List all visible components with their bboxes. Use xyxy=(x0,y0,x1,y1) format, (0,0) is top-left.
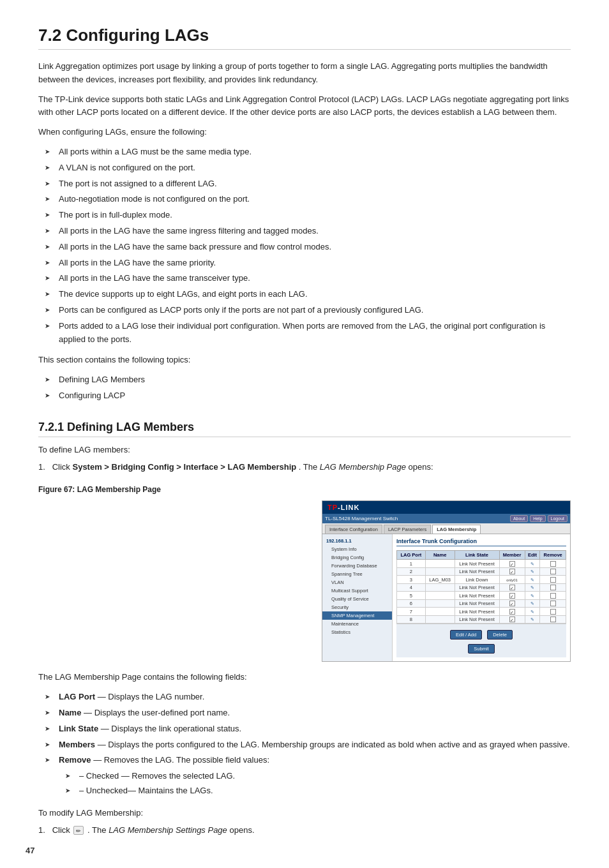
sidebar-item-maintenance[interactable]: Maintenance xyxy=(322,620,392,628)
cell-edit[interactable]: ✎ xyxy=(525,567,540,576)
tplink-main: Interface Trunk Configuration LAG Port N… xyxy=(393,534,570,661)
edit-icon: ✎ xyxy=(530,594,534,598)
cell-edit[interactable]: ✎ xyxy=(525,599,540,608)
cell-lag: 3 xyxy=(397,576,426,584)
field-desc-name: — Displays the user-defined port name. xyxy=(84,708,230,717)
remove-checkbox[interactable] xyxy=(550,569,556,574)
cell-name xyxy=(425,599,455,608)
sidebar-item-multicast[interactable]: Multicast Support xyxy=(322,587,392,595)
model-label: TL-SL5428 Management Switch xyxy=(325,516,398,521)
cell-state: Link Down xyxy=(455,576,499,584)
remove-checkbox[interactable] xyxy=(550,585,556,590)
cell-member xyxy=(499,583,525,592)
step-number-2: 1. xyxy=(38,825,50,835)
field-desc-members: — Displays the ports configured to the L… xyxy=(98,740,570,749)
modify-page-name: LAG Membership Settings Page xyxy=(109,825,227,835)
sidebar-item-forwarding[interactable]: Forwarding Database xyxy=(322,562,392,570)
cell-edit[interactable]: ✎ xyxy=(525,560,540,568)
cell-remove[interactable] xyxy=(540,567,566,576)
col-member: Member xyxy=(499,551,525,560)
logout-button[interactable]: Logout xyxy=(548,515,568,522)
remove-value-checked: – Checked — Removes the selected LAG. xyxy=(65,770,571,783)
edit-icon: ✎ xyxy=(530,578,534,582)
cell-edit[interactable]: ✎ xyxy=(525,576,540,584)
cell-remove[interactable] xyxy=(540,583,566,592)
edit-add-button[interactable]: Edit / Add xyxy=(450,630,482,640)
tab-lag-membership[interactable]: LAG Membership xyxy=(432,525,481,534)
bullets-list: All ports within a LAG must be the same … xyxy=(45,146,571,346)
field-lag-port: LAG Port — Displays the LAG number. xyxy=(45,691,571,704)
member-checkbox[interactable] xyxy=(509,585,515,590)
sidebar-item-ip: 192.168.1.1 xyxy=(322,537,392,545)
field-link-state: Link State — Displays the link operation… xyxy=(45,722,571,736)
col-name: Name xyxy=(425,551,455,560)
cell-edit[interactable]: ✎ xyxy=(525,608,540,616)
field-name-name: Name xyxy=(59,708,81,717)
col-link-state: Link State xyxy=(455,551,499,560)
col-remove: Remove xyxy=(540,551,566,560)
cell-edit[interactable]: ✎ xyxy=(525,615,540,624)
edit-icon: ✎ xyxy=(530,562,534,566)
cell-lag: 1 xyxy=(397,560,426,568)
modify-click-word: Click xyxy=(52,825,73,835)
remove-checkbox[interactable] xyxy=(550,593,556,599)
table-row: 6 Link Not Present ✎ xyxy=(397,599,566,608)
lag-table: LAG Port Name Link State Member Edit Rem… xyxy=(396,550,566,624)
member-checkbox[interactable] xyxy=(509,609,515,615)
sidebar-item-qos[interactable]: Quality of Service xyxy=(322,595,392,603)
section-title: 7.2 Configuring LAGs xyxy=(38,26,571,50)
cell-remove[interactable] xyxy=(540,599,566,608)
step-click-word: Click xyxy=(52,462,73,472)
member-checkbox[interactable] xyxy=(509,593,515,599)
member-checkbox[interactable] xyxy=(509,569,515,574)
member-checkbox[interactable] xyxy=(509,601,515,606)
edit-icon: ✎ xyxy=(530,569,534,574)
cell-remove[interactable] xyxy=(540,615,566,624)
tplink-body: 192.168.1.1 System Info Bridging Config … xyxy=(322,534,570,661)
sidebar-item-vlan[interactable]: VLAN xyxy=(322,578,392,587)
cell-state: Link Not Present xyxy=(455,608,499,616)
sidebar-item-spanning[interactable]: Spanning Tree xyxy=(322,570,392,578)
cell-remove[interactable] xyxy=(540,576,566,584)
modify-step-1: 1. Click ✏ . The LAG Membership Settings… xyxy=(38,824,571,837)
sidebar-item-statistics[interactable]: Statistics xyxy=(322,628,392,636)
submit-button[interactable]: Submit xyxy=(468,644,494,654)
cell-remove[interactable] xyxy=(540,560,566,568)
help-button[interactable]: Help xyxy=(530,515,545,522)
cell-edit[interactable]: ✎ xyxy=(525,583,540,592)
col-edit: Edit xyxy=(525,551,540,560)
cell-remove[interactable] xyxy=(540,608,566,616)
field-name-remove: Remove xyxy=(59,755,91,765)
cell-remove[interactable] xyxy=(540,592,566,600)
step-intro: To define LAG members: xyxy=(38,444,571,457)
sidebar-item-security[interactable]: Security xyxy=(322,603,392,611)
subsection-title: 7.2.1 Defining LAG Members xyxy=(38,421,571,437)
bullet-item: Ports added to a LAG lose their individu… xyxy=(45,320,571,347)
sidebar-item-bridging[interactable]: Bridging Config xyxy=(322,553,392,562)
remove-checkbox[interactable] xyxy=(550,617,556,622)
cell-member xyxy=(499,608,525,616)
field-name-members: Members xyxy=(59,740,95,749)
tplink-nav-left: TL-SL5428 Management Switch xyxy=(325,516,398,521)
col-lag-port: LAG Port xyxy=(397,551,426,560)
sidebar-item-snmp[interactable]: SNMP Management xyxy=(322,611,392,620)
cell-edit[interactable]: ✎ xyxy=(525,592,540,600)
sidebar-item-sysinfo[interactable]: System Info xyxy=(322,545,392,553)
field-name-lag-port: LAG Port xyxy=(59,692,95,701)
cell-lag: 2 xyxy=(397,567,426,576)
member-checkbox[interactable] xyxy=(509,561,515,567)
tab-interface-config[interactable]: Interface Configuration xyxy=(325,525,382,534)
cell-name xyxy=(425,560,455,568)
step-page-name: LAG Membership Page xyxy=(320,462,406,472)
intro-paragraph-2: The TP-Link device supports both static … xyxy=(38,93,571,120)
member-checkbox[interactable] xyxy=(509,617,515,622)
about-button[interactable]: About xyxy=(510,515,528,522)
field-members: Members — Displays the ports configured … xyxy=(45,738,571,752)
remove-checkbox[interactable] xyxy=(550,561,556,567)
remove-checkbox[interactable] xyxy=(550,601,556,606)
delete-button[interactable]: Delete xyxy=(487,630,513,640)
tab-lacp-params[interactable]: LACP Parameters xyxy=(384,525,431,534)
remove-checkbox[interactable] xyxy=(550,609,556,615)
remove-checkbox[interactable] xyxy=(550,577,556,583)
cell-name xyxy=(425,583,455,592)
